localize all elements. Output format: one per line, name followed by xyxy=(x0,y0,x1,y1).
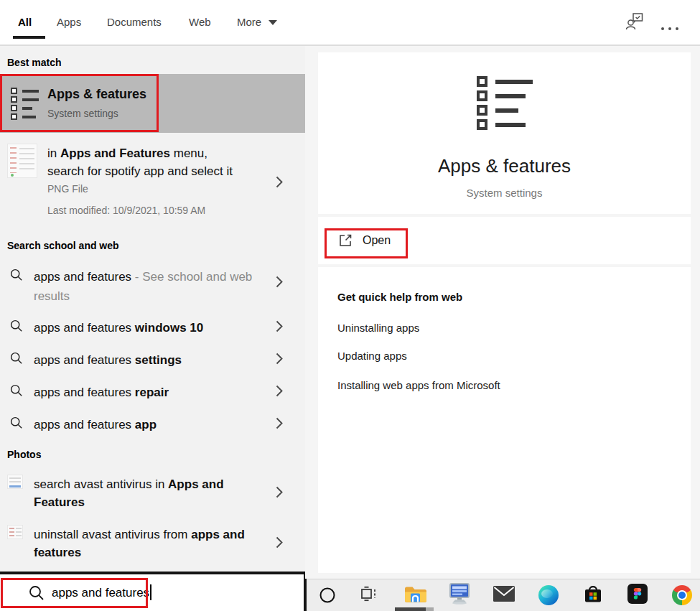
chevron-right-icon xyxy=(276,536,284,551)
web-suggestion-row[interactable]: apps and features windows 10 xyxy=(0,313,305,345)
file-type: PNG File xyxy=(47,183,88,195)
help-link-uninstalling[interactable]: Uninstalling apps xyxy=(337,322,419,334)
active-tab-underline xyxy=(13,36,45,39)
search-icon xyxy=(29,585,45,604)
chevron-right-icon xyxy=(276,353,284,368)
apps-features-icon xyxy=(477,76,533,134)
text-cursor xyxy=(150,584,151,600)
photo-thumbnail xyxy=(7,475,23,489)
app-detail-card: Apps & features System settings xyxy=(318,52,691,214)
search-icon xyxy=(10,352,23,368)
chevron-right-icon xyxy=(276,486,284,501)
section-header-best-match: Best match xyxy=(7,57,61,68)
web-suggestion-row[interactable]: apps and features settings xyxy=(0,345,305,378)
cortana-icon[interactable] xyxy=(320,588,335,603)
section-header-photos: Photos xyxy=(7,449,41,460)
best-match-title: Apps & features xyxy=(47,87,146,102)
search-results-panel: Best match Apps & features System settin… xyxy=(0,46,305,572)
chevron-right-icon xyxy=(276,417,284,432)
windows-search-flyout: All Apps Documents Web More Best match xyxy=(0,0,700,611)
quick-help-card: Get quick help from web Uninstalling app… xyxy=(318,267,691,573)
tab-web[interactable]: Web xyxy=(189,16,211,28)
result-detail-panel: Apps & features System settings Open Get… xyxy=(305,46,700,579)
file-result-row[interactable]: in Apps and Features menu, search for sp… xyxy=(0,140,305,223)
tab-all[interactable]: All xyxy=(18,16,32,28)
remote-desktop-icon[interactable] xyxy=(449,583,470,607)
photo-thumbnail xyxy=(7,525,23,539)
web-suggestion-row[interactable]: apps and features repair xyxy=(0,378,305,410)
file-modified: Last modified: 10/9/2021, 10:59 AM xyxy=(47,205,205,216)
taskbar-active-indicator xyxy=(395,607,426,611)
edge-icon[interactable] xyxy=(538,585,559,605)
file-result-text: in xyxy=(47,146,60,160)
best-match-result[interactable]: Apps & features System settings xyxy=(0,74,305,133)
search-icon xyxy=(10,269,23,284)
tab-more[interactable]: More xyxy=(237,16,261,28)
more-options-icon[interactable] xyxy=(661,20,683,33)
search-icon xyxy=(10,416,23,432)
photo-result-row[interactable]: search avast antivirus in Apps and Featu… xyxy=(0,470,305,515)
web-suggestion-row[interactable]: apps and features - See school and web r… xyxy=(0,262,305,305)
app-title: Apps & features xyxy=(438,155,571,177)
search-filter-bar: All Apps Documents Web More xyxy=(0,0,700,46)
search-input-value: apps and features xyxy=(52,584,151,600)
feedback-icon[interactable] xyxy=(625,12,644,34)
chevron-right-icon xyxy=(276,385,284,400)
taskbar xyxy=(307,579,700,611)
chevron-right-icon xyxy=(276,176,284,191)
help-link-updating[interactable]: Updating apps xyxy=(337,350,407,362)
section-header-web: Search school and web xyxy=(7,240,119,251)
taskbar-active-indicator-secondary xyxy=(426,607,434,611)
chrome-icon[interactable] xyxy=(672,585,692,605)
file-thumbnail xyxy=(7,144,37,178)
figma-icon[interactable] xyxy=(627,584,648,607)
caret-down-icon[interactable] xyxy=(269,20,277,25)
help-link-installing[interactable]: Installing web apps from Microsoft xyxy=(337,379,500,391)
apps-features-icon xyxy=(11,88,39,122)
web-suggestion-row[interactable]: apps and features app xyxy=(0,410,305,442)
best-match-subtitle: System settings xyxy=(47,108,146,119)
chevron-right-icon xyxy=(276,320,284,335)
app-subtitle: System settings xyxy=(467,187,543,199)
task-view-icon[interactable] xyxy=(360,584,378,606)
file-explorer-icon[interactable] xyxy=(403,584,426,607)
chevron-right-icon xyxy=(276,276,284,291)
help-header: Get quick help from web xyxy=(337,291,462,303)
actions-card: Open xyxy=(318,217,691,264)
microsoft-store-icon[interactable] xyxy=(582,583,604,607)
tab-apps[interactable]: Apps xyxy=(57,16,81,28)
open-button[interactable]: Open xyxy=(363,234,391,247)
search-icon xyxy=(10,320,23,335)
tab-documents[interactable]: Documents xyxy=(107,16,162,28)
external-link-icon xyxy=(337,233,353,251)
taskbar-search-input[interactable]: apps and features xyxy=(0,572,307,611)
photo-result-row[interactable]: uninstall avast antivirus from apps and … xyxy=(0,521,305,565)
mail-icon[interactable] xyxy=(493,586,515,605)
search-icon xyxy=(10,384,23,400)
